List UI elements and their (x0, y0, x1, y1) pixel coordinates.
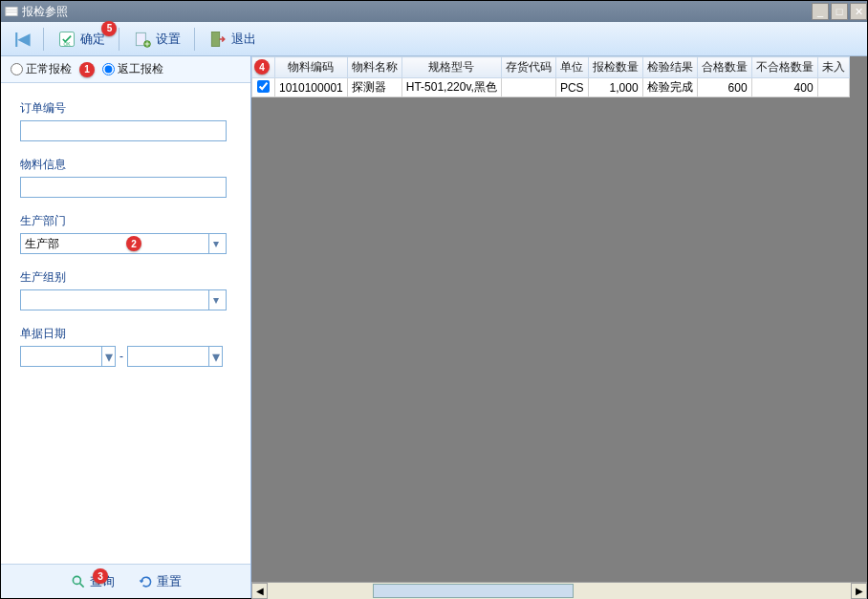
radio-rework[interactable]: 返工报检 (102, 61, 163, 77)
col-stockcode[interactable]: 存货代码 (501, 57, 555, 78)
exit-icon (208, 30, 228, 49)
prev-button[interactable]: |◀ (9, 27, 35, 51)
svg-rect-7 (212, 32, 220, 46)
material-label: 物料信息 (20, 157, 231, 173)
settings-icon (133, 30, 152, 49)
data-grid: 4 物料编码 物料名称 规格型号 存货代码 单位 报检数量 检验结果 合格数量 … (251, 56, 850, 97)
close-button[interactable]: ✕ (850, 3, 867, 20)
cell-name: 探测器 (347, 78, 401, 97)
sidebar: 正常报检 1 返工报检 订单编号 物料信息 生产部门 (1, 56, 251, 598)
order-no-input[interactable] (20, 120, 227, 141)
date-from-input[interactable]: ▾ (20, 346, 116, 367)
app-icon (5, 5, 18, 18)
col-result[interactable]: 检验结果 (642, 57, 697, 78)
cell-unit: PCS (555, 78, 588, 97)
dept-value: 生产部 (25, 236, 59, 252)
marker-5: 5 (101, 21, 117, 36)
exit-button[interactable]: 退出 (203, 27, 262, 52)
divider (43, 28, 44, 51)
dept-label: 生产部门 (20, 213, 231, 229)
toolbar: |◀ OK 确定 5 设置 退出 (1, 22, 867, 56)
h-scrollbar[interactable]: ◀ ▶ (251, 582, 867, 598)
field-order-no: 订单编号 (20, 100, 231, 141)
field-date: 单据日期 ▾ - ▾ (20, 326, 231, 367)
divider (119, 28, 119, 51)
cell-ok: 600 (697, 78, 751, 97)
col-qty[interactable]: 报检数量 (588, 57, 642, 78)
cell-more (817, 78, 849, 97)
divider (194, 28, 195, 51)
order-no-label: 订单编号 (20, 100, 231, 117)
scroll-track[interactable] (268, 583, 851, 599)
minimize-button[interactable]: _ (812, 3, 829, 20)
chevron-down-icon: ▾ (101, 347, 115, 366)
svg-text:OK: OK (64, 40, 72, 46)
marker-3: 3 (93, 568, 108, 584)
scroll-right-button[interactable]: ▶ (851, 583, 867, 599)
settings-button[interactable]: 设置 (127, 27, 186, 52)
cell-result: 检验完成 (642, 78, 697, 97)
window-title: 报检参照 (22, 4, 68, 20)
chevron-down-icon: ▾ (208, 290, 222, 310)
sidebar-actions: 查询 3 重置 (1, 564, 250, 598)
marker-4: 4 (254, 59, 270, 75)
col-more[interactable]: 未入 (817, 57, 849, 78)
radio-normal[interactable]: 正常报检 (11, 61, 72, 77)
cell-qty: 1,000 (588, 78, 642, 97)
radio-rework-input[interactable] (102, 63, 115, 75)
field-group: 生产组别 ▾ (20, 269, 231, 310)
col-spec[interactable]: 规格型号 (401, 57, 501, 78)
grid-wrap: 4 物料编码 物料名称 规格型号 存货代码 单位 报检数量 检验结果 合格数量 … (251, 56, 867, 582)
grid-panel: 4 物料编码 物料名称 规格型号 存货代码 单位 报检数量 检验结果 合格数量 … (251, 56, 867, 598)
dept-select[interactable]: 生产部 2 ▾ (20, 233, 227, 254)
checkbox-header[interactable]: 4 (252, 57, 275, 78)
grid-header-row: 4 物料编码 物料名称 规格型号 存货代码 单位 报检数量 检验结果 合格数量 … (252, 57, 850, 78)
col-ng[interactable]: 不合格数量 (751, 57, 817, 78)
chevron-down-icon: ▾ (208, 347, 222, 366)
titlebar: 报检参照 _ □ ✕ (1, 1, 867, 22)
cell-code: 1010100001 (275, 78, 348, 97)
svg-point-8 (73, 576, 80, 584)
search-icon (71, 574, 86, 589)
window-root: 报检参照 _ □ ✕ |◀ OK 确定 5 设置 退出 (0, 0, 868, 599)
reset-button[interactable]: 重置 (138, 573, 182, 590)
radio-normal-input[interactable] (11, 63, 23, 75)
confirm-button[interactable]: OK 确定 5 (52, 27, 111, 52)
ok-icon: OK (57, 30, 76, 49)
chevron-down-icon: ▾ (208, 234, 222, 253)
maximize-button[interactable]: □ (831, 3, 848, 20)
exit-label: 退出 (231, 31, 256, 48)
field-material: 物料信息 (20, 157, 231, 198)
cell-spec: HT-501,220v,黑色 (401, 78, 501, 97)
svg-rect-0 (6, 8, 17, 16)
row-checkbox[interactable] (257, 80, 270, 93)
marker-2: 2 (126, 236, 141, 251)
filter-form: 订单编号 物料信息 生产部门 生产部 2 ▾ 生产组别 (1, 83, 250, 564)
date-separator: - (119, 350, 123, 363)
undo-icon (138, 574, 153, 589)
col-code[interactable]: 物料编码 (275, 57, 348, 78)
cell-ng: 400 (751, 78, 817, 97)
col-unit[interactable]: 单位 (555, 57, 588, 78)
table-row[interactable]: 1010100001 探测器 HT-501,220v,黑色 PCS 1,000 … (252, 78, 850, 97)
date-to-input[interactable]: ▾ (127, 346, 223, 367)
reset-label: 重置 (157, 573, 182, 590)
field-dept: 生产部门 生产部 2 ▾ (20, 213, 231, 254)
group-select[interactable]: ▾ (20, 289, 227, 310)
cell-stockcode (501, 78, 555, 97)
inspection-type-row: 正常报检 1 返工报检 (1, 56, 250, 83)
svg-line-9 (79, 583, 83, 587)
window-controls: _ □ ✕ (810, 3, 867, 20)
settings-label: 设置 (156, 31, 181, 48)
radio-rework-label: 返工报检 (118, 61, 163, 77)
prev-icon: |◀ (14, 30, 30, 48)
radio-normal-label: 正常报检 (26, 61, 72, 77)
content: 正常报检 1 返工报检 订单编号 物料信息 生产部门 (1, 56, 867, 598)
marker-1: 1 (79, 62, 95, 77)
date-label: 单据日期 (20, 326, 231, 342)
col-name[interactable]: 物料名称 (347, 57, 401, 78)
scroll-thumb[interactable] (373, 584, 574, 598)
col-ok[interactable]: 合格数量 (697, 57, 751, 78)
scroll-left-button[interactable]: ◀ (251, 583, 268, 599)
material-input[interactable] (20, 177, 227, 198)
